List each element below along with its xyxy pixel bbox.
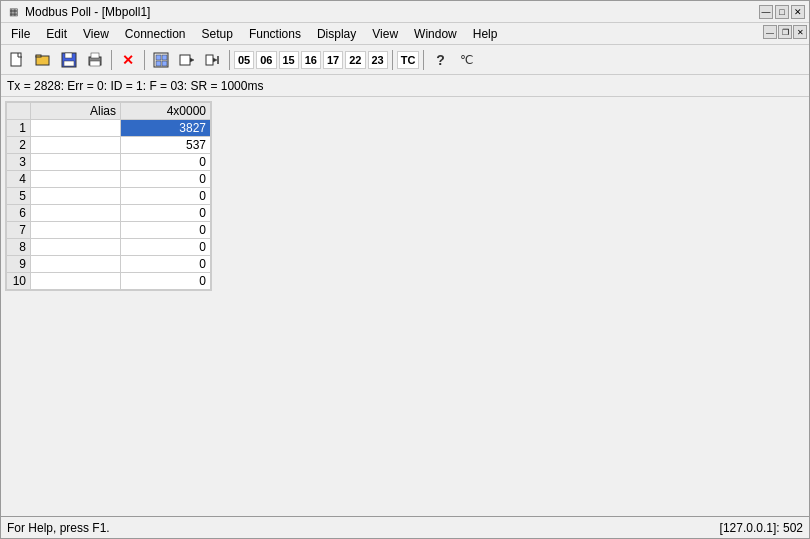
col-header-value: 4x0000 (121, 103, 211, 120)
mdi-close-button[interactable]: ✕ (793, 25, 807, 39)
app-icon: ▦ (5, 4, 21, 20)
alias-cell (31, 188, 121, 205)
svg-rect-4 (65, 53, 72, 58)
mdi-minimize-button[interactable]: — (763, 25, 777, 39)
table-row[interactable]: 13827 (7, 120, 211, 137)
toolbar-separator-2 (144, 50, 145, 70)
col-header-alias: Alias (31, 103, 121, 120)
menu-file[interactable]: File (3, 25, 38, 43)
svg-rect-0 (11, 53, 21, 66)
table-row[interactable]: 60 (7, 205, 211, 222)
alias-cell (31, 256, 121, 273)
alias-cell (31, 120, 121, 137)
stop-button[interactable]: ✕ (116, 48, 140, 72)
status-text: Tx = 2828: Err = 0: ID = 1: F = 03: SR =… (7, 79, 263, 93)
print-button[interactable] (83, 48, 107, 72)
row-number: 9 (7, 256, 31, 273)
menu-view2[interactable]: View (364, 25, 406, 43)
table-row[interactable]: 2537 (7, 137, 211, 154)
alias-cell (31, 239, 121, 256)
data-table-wrapper: Alias 4x0000 13827253730405060708090100 (5, 101, 212, 291)
svg-rect-13 (162, 61, 167, 66)
new-button[interactable] (5, 48, 29, 72)
value-cell[interactable]: 0 (121, 222, 211, 239)
table-row[interactable]: 30 (7, 154, 211, 171)
value-cell[interactable]: 0 (121, 273, 211, 290)
value-cell[interactable]: 0 (121, 205, 211, 222)
toolbar-label-05[interactable]: 05 (234, 51, 254, 69)
toolbar-label-16[interactable]: 16 (301, 51, 321, 69)
svg-rect-15 (206, 55, 213, 65)
alias-cell (31, 205, 121, 222)
svg-rect-11 (162, 55, 167, 60)
step-button[interactable] (201, 48, 225, 72)
mdi-restore-button[interactable]: ❐ (778, 25, 792, 39)
value-cell[interactable]: 0 (121, 171, 211, 188)
toolbar-label-22[interactable]: 22 (345, 51, 365, 69)
window-controls: — □ ✕ (759, 5, 805, 19)
toolbar-label-23[interactable]: 23 (368, 51, 388, 69)
svg-rect-2 (36, 55, 41, 57)
row-number: 4 (7, 171, 31, 188)
toolbar-separator-4 (392, 50, 393, 70)
window-title: Modbus Poll - [Mbpoll1] (25, 5, 759, 19)
alias-cell (31, 273, 121, 290)
open-button[interactable] (31, 48, 55, 72)
toolbar-separator-1 (111, 50, 112, 70)
new-icon (9, 52, 25, 68)
help-text: For Help, press F1. (7, 521, 720, 535)
toolbar-label-06[interactable]: 06 (256, 51, 276, 69)
minimize-button[interactable]: — (759, 5, 773, 19)
svg-rect-5 (64, 61, 74, 66)
value-cell[interactable]: 0 (121, 188, 211, 205)
row-number: 5 (7, 188, 31, 205)
menu-edit[interactable]: Edit (38, 25, 75, 43)
window-button[interactable] (149, 48, 173, 72)
alias-cell (31, 222, 121, 239)
svg-rect-7 (91, 53, 99, 58)
toolbar-label-17[interactable]: 17 (323, 51, 343, 69)
row-number: 7 (7, 222, 31, 239)
table-row[interactable]: 90 (7, 256, 211, 273)
main-content: Alias 4x0000 13827253730405060708090100 (1, 97, 809, 516)
menu-display[interactable]: Display (309, 25, 364, 43)
toolbar-separator-3 (229, 50, 230, 70)
help-button[interactable]: ? (428, 48, 452, 72)
maximize-button[interactable]: □ (775, 5, 789, 19)
toolbar: ✕ 05 06 15 16 17 22 23 TC ? ℃ (1, 45, 809, 75)
degree-button[interactable]: ℃ (454, 48, 478, 72)
step-icon (205, 52, 221, 68)
value-cell[interactable]: 537 (121, 137, 211, 154)
table-row[interactable]: 100 (7, 273, 211, 290)
data-table: Alias 4x0000 13827253730405060708090100 (6, 102, 211, 290)
value-cell[interactable]: 0 (121, 239, 211, 256)
table-row[interactable]: 40 (7, 171, 211, 188)
table-row[interactable]: 70 (7, 222, 211, 239)
table-row[interactable]: 50 (7, 188, 211, 205)
value-cell[interactable]: 0 (121, 256, 211, 273)
row-number: 1 (7, 120, 31, 137)
svg-rect-14 (180, 55, 190, 65)
menu-setup[interactable]: Setup (194, 25, 241, 43)
connection-status: [127.0.0.1]: 502 (720, 521, 803, 535)
menu-bar: File Edit View Connection Setup Function… (1, 23, 809, 45)
open-icon (35, 52, 51, 68)
toolbar-label-tc[interactable]: TC (397, 51, 420, 69)
menu-functions[interactable]: Functions (241, 25, 309, 43)
value-cell[interactable]: 3827 (121, 120, 211, 137)
toolbar-label-15[interactable]: 15 (279, 51, 299, 69)
table-row[interactable]: 80 (7, 239, 211, 256)
menu-help[interactable]: Help (465, 25, 506, 43)
menu-connection[interactable]: Connection (117, 25, 194, 43)
row-number: 8 (7, 239, 31, 256)
toolbar-separator-5 (423, 50, 424, 70)
read-button[interactable] (175, 48, 199, 72)
save-button[interactable] (57, 48, 81, 72)
menu-window[interactable]: Window (406, 25, 465, 43)
alias-cell (31, 137, 121, 154)
print-icon (87, 52, 103, 68)
menu-view[interactable]: View (75, 25, 117, 43)
close-button[interactable]: ✕ (791, 5, 805, 19)
value-cell[interactable]: 0 (121, 154, 211, 171)
row-number: 10 (7, 273, 31, 290)
